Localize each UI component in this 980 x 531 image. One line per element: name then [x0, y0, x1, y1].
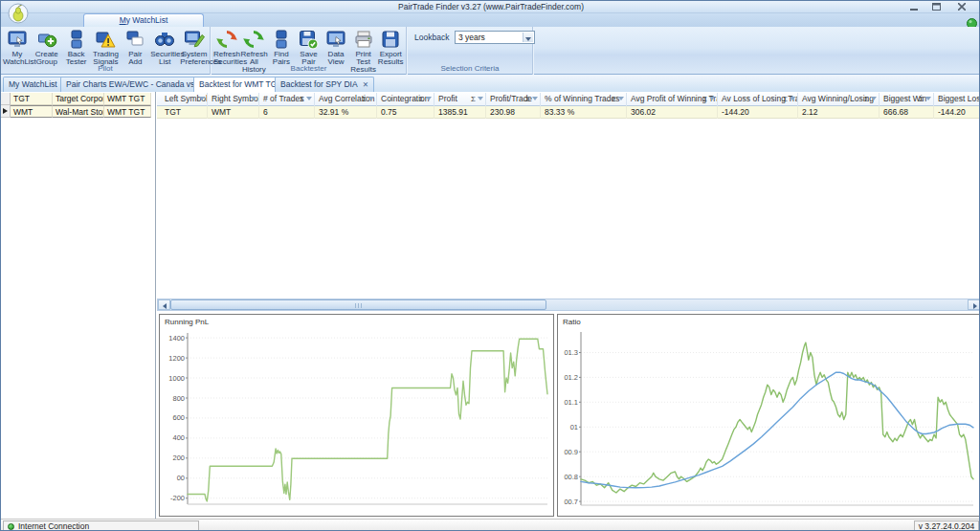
column-header-profit-trade[interactable]: Profit/TradeΣ: [486, 93, 541, 106]
create-group-button[interactable]: Create Group: [33, 29, 61, 65]
column-header-cointegration[interactable]: CointegrationΣ: [377, 93, 434, 106]
cell-avg-correlation: 32.91 %: [315, 106, 377, 119]
close-button[interactable]: [953, 2, 969, 11]
minimize-icon: [910, 3, 918, 11]
button-label: Refresh All History: [241, 51, 268, 74]
running-pnl-chart-panel: Running PnL 14001200100080060040020000-2…: [159, 314, 554, 517]
tab-backtest-for-spy-dia[interactable]: Backtest for SPY DIA✕: [275, 77, 374, 92]
pear-logo-icon: [8, 3, 29, 24]
summary-sigma-icon[interactable]: Σ: [864, 95, 869, 103]
column-header-icons: Σ: [783, 93, 795, 106]
tab-label: Backtest for SPY DIA: [280, 79, 358, 89]
filter-funnel-icon[interactable]: [306, 97, 312, 100]
column-header-of-winning-trades[interactable]: % of Winning TradesΣ: [541, 93, 627, 106]
app-logo-button[interactable]: [8, 3, 29, 24]
lookback-value: 3 years: [458, 33, 485, 42]
filter-funnel-icon[interactable]: [251, 97, 256, 100]
column-header-left-symbol[interactable]: Left Symbol: [161, 93, 208, 106]
row-selector-gutter[interactable]: [1, 93, 11, 105]
column-header-of-trades[interactable]: # of TradesΣ: [259, 93, 315, 106]
button-label: Pair Add: [121, 51, 149, 66]
tab-label: Backtest for WMT TGT: [199, 79, 282, 89]
column-header-profit[interactable]: ProfitΣ: [434, 93, 486, 106]
filter-funnel-icon[interactable]: [532, 97, 538, 100]
summary-sigma-icon[interactable]: Σ: [612, 95, 616, 103]
column-header-avg-correlation[interactable]: Avg CorrelationΣ: [315, 93, 377, 106]
column-header-right-symbol[interactable]: Right Symbol: [208, 93, 259, 106]
svg-text:00.8: 00.8: [564, 473, 578, 481]
name-cell: Target Corporati...: [53, 93, 104, 105]
filter-funnel-icon[interactable]: [368, 97, 374, 100]
ribbon-tab-my-watchlist[interactable]: My WatchList: [83, 13, 204, 27]
filter-funnel-icon[interactable]: [478, 97, 483, 100]
securities-list-button[interactable]: Securities List: [150, 29, 179, 65]
maximize-icon: [932, 3, 941, 11]
ribbon: Pilot My WatchListCreate GroupBack Teste…: [1, 27, 980, 75]
scrollbar-left-arrow[interactable]: [158, 299, 170, 310]
refresh-green-icon: [241, 29, 268, 50]
summary-sigma-icon[interactable]: Σ: [419, 95, 424, 103]
maximize-button[interactable]: [928, 2, 945, 11]
cell-biggest-win: 666.68: [880, 106, 934, 119]
pair-rects-icon: [121, 29, 149, 50]
scrollbar-thumb[interactable]: [170, 299, 546, 310]
summary-sigma-icon[interactable]: Σ: [471, 95, 476, 103]
summary-sigma-icon[interactable]: Σ: [300, 95, 304, 103]
export-results-button[interactable]: Export Results: [377, 29, 404, 65]
column-label: Profit: [438, 94, 457, 103]
summary-sigma-icon[interactable]: Σ: [783, 95, 788, 103]
column-header-av-loss-of-losing-trade[interactable]: Av Loss of Losing TradeΣ: [718, 93, 798, 106]
column-header-avg-profit-of-winning-trades[interactable]: Avg Profit of Winning TradesΣ: [627, 93, 718, 106]
filter-funnel-icon[interactable]: [199, 97, 205, 100]
horizontal-scrollbar[interactable]: [157, 299, 980, 311]
column-header-icons: Σ: [612, 93, 624, 106]
refresh-red-green-icon: [213, 29, 240, 50]
tab-close-icon[interactable]: ✕: [363, 77, 368, 92]
refresh-all-history-button[interactable]: Refresh All History: [241, 29, 268, 65]
my-watchlist-button[interactable]: My WatchList: [3, 29, 32, 65]
svg-text:00.9: 00.9: [564, 448, 578, 456]
summary-sigma-icon[interactable]: Σ: [362, 95, 367, 103]
column-header-icons: [197, 93, 205, 106]
button-label: My WatchList: [3, 51, 32, 66]
filter-funnel-icon[interactable]: [925, 97, 931, 100]
results-table-row[interactable]: TGTWMT632.91 %0.751385.91230.9883.33 %30…: [157, 106, 980, 119]
title-bar: PairTrade Finder v3.27 (www.PairTradeFin…: [1, 1, 980, 13]
refresh-securities-button[interactable]: Refresh Securities: [213, 29, 240, 65]
filter-funnel-icon[interactable]: [426, 97, 432, 100]
filter-funnel-icon[interactable]: [709, 97, 715, 100]
filter-funnel-icon[interactable]: [790, 97, 795, 100]
status-bar: Internet Connection v 3.27.24.0.204: [1, 519, 980, 531]
filter-funnel-icon[interactable]: [618, 97, 624, 100]
pair-add-button[interactable]: Pair Add: [121, 29, 149, 65]
minimize-button[interactable]: [905, 2, 922, 11]
filter-funnel-icon[interactable]: [871, 97, 877, 100]
column-header-biggest-loss[interactable]: Biggest LossΣ: [934, 93, 980, 106]
watchlist-row-tgt[interactable]: TGTTarget Corporati...WMT TGT: [1, 93, 152, 105]
column-header-avg-winning-losing[interactable]: Avg Winning/LosingΣ: [798, 93, 880, 106]
button-label: Find Pairs: [268, 51, 295, 66]
row-selector-gutter[interactable]: [1, 105, 11, 118]
button-label: Refresh Securities: [213, 51, 240, 66]
cell-biggest-loss: -144.20: [934, 106, 980, 119]
trading-signals-button[interactable]: Trading Signals: [92, 29, 121, 65]
column-header-biggest-win[interactable]: Biggest WinΣ: [880, 93, 934, 106]
system-preferences-button[interactable]: System Preferences: [180, 29, 209, 65]
floppy-check-icon: [296, 29, 323, 50]
computer-edit-icon: [180, 29, 209, 50]
lookback-dropdown[interactable]: 3 years: [455, 31, 535, 44]
watchlist-row-wmt[interactable]: WMTWal-Mart Stores...WMT TGT: [1, 105, 152, 118]
data-view-button[interactable]: Data View: [323, 29, 349, 65]
scrollbar-right-arrow[interactable]: [968, 299, 980, 310]
print-test-results-button[interactable]: Print Test Results: [350, 29, 377, 65]
summary-sigma-icon[interactable]: Σ: [525, 95, 530, 103]
help-icon[interactable]: [967, 15, 977, 26]
back-tester-button[interactable]: Back Tester: [62, 29, 91, 65]
summary-sigma-icon[interactable]: Σ: [702, 95, 707, 103]
summary-sigma-icon[interactable]: Σ: [919, 95, 924, 103]
find-pairs-button[interactable]: Find Pairs: [268, 29, 295, 65]
version-label: v 3.27.24.0.204: [914, 520, 979, 531]
save-pair-button[interactable]: Save Pair: [296, 29, 323, 65]
column-label: % of Winning Trades: [545, 94, 619, 103]
column-label: Biggest Loss: [938, 94, 980, 103]
